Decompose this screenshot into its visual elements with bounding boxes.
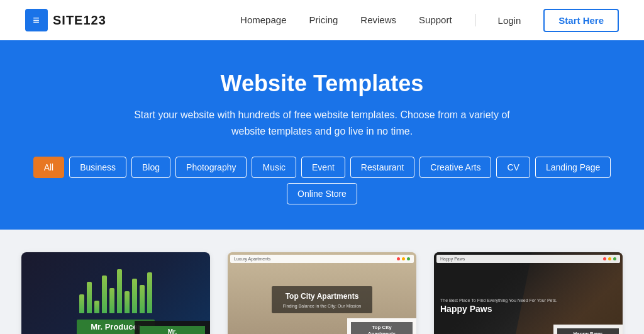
producer-overlay-name: Mr.Producer: [143, 328, 201, 334]
nav-divider: [475, 14, 475, 26]
filter-cv[interactable]: CV: [496, 157, 530, 178]
bar-4: [102, 276, 107, 313]
hero-title: Website Templates: [13, 70, 631, 97]
apt-browser-url: Luxury Apartments: [234, 257, 270, 261]
nav-links: Homepage Pricing Reviews Support: [240, 14, 452, 26]
bar-1: [79, 294, 84, 313]
bar-7: [125, 291, 130, 313]
nav-reviews[interactable]: Reviews: [360, 14, 396, 25]
bar-5: [109, 288, 114, 313]
template-card-paws: The Best Place To Find Everything You Ne…: [434, 252, 623, 334]
bar-8: [132, 279, 137, 313]
nav-support[interactable]: Support: [419, 14, 452, 25]
dot-yellow2: [608, 257, 611, 260]
filter-photography[interactable]: Photography: [175, 157, 247, 178]
hero-section: Website Templates Start your website wit…: [0, 40, 644, 230]
bar-10: [147, 272, 152, 313]
dot-green2: [613, 257, 616, 260]
filter-all[interactable]: All: [33, 157, 65, 178]
brand-name: SITE123: [53, 13, 106, 28]
filter-event[interactable]: Event: [301, 157, 345, 178]
paws-main-title: Happy Paws: [440, 304, 557, 315]
filter-blog[interactable]: Blog: [131, 157, 170, 178]
template-card-apartments: Top City Apartments Finding Balance in t…: [228, 252, 416, 334]
templates-section: Mr. Producer High Quality ProductionPric…: [0, 230, 644, 334]
bar-9: [140, 285, 145, 313]
apt-overlay: Top CityApartments Working that workever…: [347, 318, 416, 334]
template-preview-paws: The Best Place To Find Everything You Ne…: [434, 252, 623, 334]
paws-browser-dots: [603, 257, 616, 260]
apt-browser-bar: Luxury Apartments: [230, 255, 414, 263]
apt-title-block: Top City Apartments Finding Balance in t…: [272, 286, 372, 313]
filter-business[interactable]: Business: [69, 157, 126, 178]
hero-description: Start your website with hundreds of free…: [133, 107, 511, 139]
producer-overlay: Mr.Producer Best Prices And TheBest Resu…: [135, 321, 210, 334]
bar-3: [94, 301, 99, 313]
paws-browser-url: Happy Paws: [440, 257, 465, 261]
apt-overlay-title: Top CityApartments: [351, 322, 413, 334]
nav-homepage[interactable]: Homepage: [240, 14, 286, 25]
paws-gradient: [434, 252, 623, 334]
paws-overlay: Happy Paws The Best Place To FindEveryth…: [553, 325, 623, 334]
templates-grid: Mr. Producer High Quality ProductionPric…: [25, 252, 619, 334]
filter-creative-arts[interactable]: Creative Arts: [419, 157, 491, 178]
template-card-producer: Mr. Producer High Quality ProductionPric…: [21, 252, 210, 334]
paws-browser-bar: Happy Paws: [436, 255, 620, 263]
nav-pricing[interactable]: Pricing: [309, 14, 338, 25]
eq-bars: [79, 269, 152, 313]
producer-overlay-title: Mr.Producer: [140, 326, 205, 334]
filter-landing-page[interactable]: Landing Page: [535, 157, 611, 178]
dot-green: [407, 257, 410, 260]
apt-main-title: Top City Apartments: [280, 291, 364, 302]
dot-yellow: [402, 257, 405, 260]
navbar: ≡ SITE123 Homepage Pricing Reviews Suppo…: [0, 0, 644, 40]
paws-text-area: The Best Place To Find Everything You Ne…: [440, 298, 557, 315]
logo-icon: ≡: [25, 9, 48, 31]
filter-tabs: All Business Blog Photography Music Even…: [13, 157, 631, 204]
filter-restaurant[interactable]: Restaurant: [350, 157, 414, 178]
logo[interactable]: ≡ SITE123: [25, 9, 106, 31]
filter-online-store[interactable]: Online Store: [287, 183, 357, 204]
paws-small-text: The Best Place To Find Everything You Ne…: [440, 298, 557, 304]
filter-music[interactable]: Music: [252, 157, 296, 178]
dot-red2: [603, 257, 606, 260]
bar-6: [117, 269, 122, 313]
paws-overlay-title: Happy Paws: [557, 328, 619, 334]
apt-browser-dots: [397, 257, 410, 260]
dot-red: [397, 257, 400, 260]
login-button[interactable]: Login: [498, 15, 521, 26]
bar-2: [87, 282, 92, 313]
template-preview-apartments: Top City Apartments Finding Balance in t…: [228, 252, 416, 334]
start-here-button[interactable]: Start Here: [543, 9, 619, 32]
template-preview-producer: Mr. Producer High Quality ProductionPric…: [21, 252, 210, 334]
apt-main-sub: Finding Balance in the City: Our Mission: [280, 304, 364, 308]
logo-symbol: ≡: [33, 14, 40, 27]
